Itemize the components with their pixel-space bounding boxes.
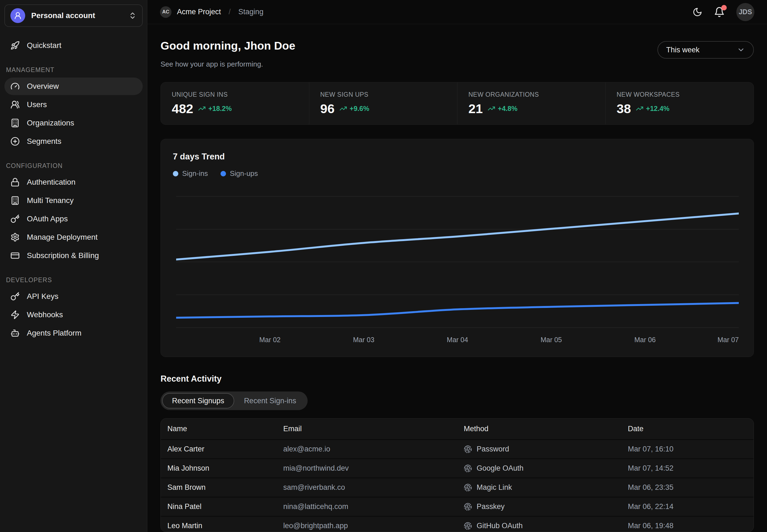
date-range-value: This week xyxy=(666,46,700,54)
credit-card-icon xyxy=(10,251,20,260)
table-header-row: NameEmailMethodDate xyxy=(161,419,754,439)
legend-dot-icon xyxy=(221,171,226,176)
breadcrumb-environment[interactable]: Staging xyxy=(238,8,264,16)
method-label: Passkey xyxy=(477,502,505,511)
legend-item-sign-ups: Sign-ups xyxy=(221,169,258,178)
notifications-button[interactable] xyxy=(714,7,725,18)
breadcrumb-project[interactable]: Acme Project xyxy=(177,8,221,16)
method-label: Magic Link xyxy=(477,483,512,492)
legend-dot-icon xyxy=(173,171,178,176)
cell-email: alex@acme.io xyxy=(283,445,464,453)
zap-icon xyxy=(10,310,20,319)
stat-value: 38 xyxy=(617,101,631,116)
stat-value: 96 xyxy=(320,101,334,116)
x-axis-tick: Mar 02 xyxy=(259,336,281,344)
nav-section-label: MANAGEMENT xyxy=(6,66,143,74)
chart-legend: Sign-insSign-ups xyxy=(173,169,258,178)
method-label: Password xyxy=(477,445,509,453)
stat-new-workspaces: NEW WORKSPACES38+12.4% xyxy=(605,82,754,124)
cell-date: Mar 07, 16:10 xyxy=(628,445,754,453)
stat-value: 21 xyxy=(468,101,483,116)
sidebar: Personal account Quickstart MANAGEMENTOv… xyxy=(0,0,147,532)
sidebar-item-manage-deployment[interactable]: Manage Deployment xyxy=(4,228,143,246)
cell-date: Mar 06, 22:14 xyxy=(628,502,754,511)
table-row[interactable]: Mia Johnsonmia@northwind.devGoogle OAuth… xyxy=(161,458,754,477)
sidebar-item-label: Manage Deployment xyxy=(27,233,98,242)
stat-change: +9.6% xyxy=(350,105,369,113)
cell-method: Google OAuth xyxy=(464,464,628,473)
sidebar-item-label: Quickstart xyxy=(27,41,61,50)
sidebar-item-multi-tenancy[interactable]: Multi Tenancy xyxy=(4,192,143,209)
lock-icon xyxy=(10,178,20,187)
sidebar-item-label: Webhooks xyxy=(27,310,63,319)
sidebar-item-label: API Keys xyxy=(27,292,58,301)
stat-trend: +4.8% xyxy=(488,105,517,113)
table-row[interactable]: Sam Brownsam@riverbank.coMagic LinkMar 0… xyxy=(161,477,754,497)
sidebar-item-overview[interactable]: Overview xyxy=(4,78,143,95)
building-icon xyxy=(10,196,20,205)
page-subtitle: See how your app is performing. xyxy=(161,60,295,68)
sidebar-item-users[interactable]: Users xyxy=(4,96,143,113)
sidebar-item-oauth-apps[interactable]: OAuth Apps xyxy=(4,210,143,228)
key-icon xyxy=(10,214,20,224)
legend-item-sign-ins: Sign-ins xyxy=(173,169,208,178)
table-row[interactable]: Alex Carteralex@acme.ioPasswordMar 07, 1… xyxy=(161,439,754,458)
sidebar-item-label: Users xyxy=(27,100,47,109)
stat-change: +4.8% xyxy=(498,105,517,113)
x-axis-tick: Mar 05 xyxy=(540,336,562,344)
recent-activity-table: NameEmailMethodDate Alex Carteralex@acme… xyxy=(161,418,754,532)
sidebar-item-label: Overview xyxy=(27,82,59,91)
sidebar-item-label: Multi Tenancy xyxy=(27,196,74,205)
table-row[interactable]: Leo Martinleo@brightpath.appGitHub OAuth… xyxy=(161,516,754,532)
account-switcher[interactable]: Personal account xyxy=(4,4,143,27)
topbar: AC Acme Project / Staging JDS xyxy=(147,0,767,24)
main-content: Good morning, Jhon Doe See how your app … xyxy=(147,24,767,532)
trend-line-chart: Mar 02Mar 03Mar 04Mar 05Mar 06Mar 07 xyxy=(176,188,739,347)
rocket-icon xyxy=(10,41,20,50)
trending-up-icon xyxy=(636,105,643,112)
stat-label: NEW SIGN UPS xyxy=(320,91,457,98)
sidebar-item-webhooks[interactable]: Webhooks xyxy=(4,306,143,324)
key-icon xyxy=(10,292,20,301)
stat-new-organizations: NEW ORGANIZATIONS21+4.8% xyxy=(457,82,605,124)
trending-up-icon xyxy=(198,105,206,112)
chart-title: 7 days Trend xyxy=(173,152,225,162)
gauge-icon xyxy=(10,82,20,91)
sidebar-item-authentication[interactable]: Authentication xyxy=(4,173,143,191)
breadcrumb-separator: / xyxy=(229,8,231,16)
sidebar-item-segments[interactable]: Segments xyxy=(4,133,143,150)
sidebar-item-api-keys[interactable]: API Keys xyxy=(4,288,143,305)
moon-icon[interactable] xyxy=(692,7,702,17)
stat-change: +12.4% xyxy=(646,105,669,113)
sidebar-item-quickstart[interactable]: Quickstart xyxy=(4,37,143,54)
stat-label: NEW ORGANIZATIONS xyxy=(468,91,605,98)
line-series-sign-ups xyxy=(176,303,739,318)
table-row[interactable]: Nina Patelnina@latticehq.comPasskeyMar 0… xyxy=(161,497,754,516)
tab-recent-signups[interactable]: Recent Signups xyxy=(162,393,234,408)
sidebar-item-agents-platform[interactable]: Agents Platform xyxy=(4,324,143,342)
stat-trend: +18.2% xyxy=(198,105,232,113)
stat-value: 482 xyxy=(172,101,193,116)
bot-icon xyxy=(10,328,20,338)
cell-email: sam@riverbank.co xyxy=(283,483,464,492)
cell-method: Passkey xyxy=(464,502,628,511)
cell-email: mia@northwind.dev xyxy=(283,464,464,473)
cell-name: Nina Patel xyxy=(167,502,283,511)
cell-name: Mia Johnson xyxy=(167,464,283,473)
legend-label: Sign-ins xyxy=(182,169,208,178)
cell-date: Mar 06, 19:48 xyxy=(628,522,754,530)
cell-name: Leo Martin xyxy=(167,522,283,530)
nav-section-label: CONFIGURATION xyxy=(6,162,143,170)
tab-recent-sign-ins[interactable]: Recent Sign-ins xyxy=(234,393,306,408)
sidebar-item-organizations[interactable]: Organizations xyxy=(4,114,143,132)
account-name: Personal account xyxy=(31,11,122,20)
avatar[interactable]: JDS xyxy=(736,3,754,21)
sidebar-item-label: Authentication xyxy=(27,178,75,187)
stat-trend: +12.4% xyxy=(636,105,669,113)
x-axis-tick: Mar 03 xyxy=(353,336,374,344)
sidebar-item-subscription-billing[interactable]: Subscription & Billing xyxy=(4,247,143,264)
users-icon xyxy=(10,100,20,109)
date-range-select[interactable]: This week xyxy=(657,41,754,59)
stat-label: NEW WORKSPACES xyxy=(617,91,754,98)
trending-up-icon xyxy=(339,105,347,112)
